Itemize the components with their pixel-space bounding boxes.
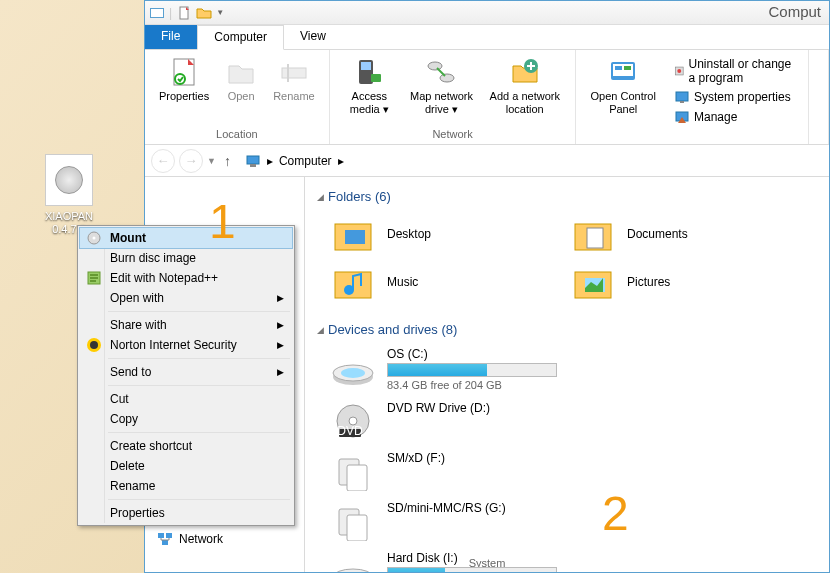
rename-button[interactable]: Rename [267, 54, 321, 105]
media-icon [353, 56, 385, 88]
map-drive-icon [425, 56, 457, 88]
open-button[interactable]: Open [217, 54, 265, 105]
computer-icon [245, 153, 261, 169]
menu-item[interactable]: Open with▶ [80, 288, 292, 308]
tab-file[interactable]: File [145, 25, 197, 49]
svg-point-47 [333, 569, 373, 572]
drive-label: SM/xD (F:) [387, 451, 579, 465]
network-icon [157, 531, 173, 547]
svg-rect-5 [282, 68, 306, 78]
uninstall-icon [674, 63, 685, 79]
folder-item[interactable]: Desktop [329, 214, 549, 254]
tree-network[interactable]: Network [149, 525, 300, 553]
iso-file-label-1: XIAOPAN [35, 210, 103, 223]
menu-item[interactable]: Norton Internet Security▶ [80, 335, 292, 355]
menu-item[interactable]: Mount [80, 228, 292, 248]
folder-label: Pictures [627, 275, 670, 289]
svg-rect-26 [162, 540, 168, 545]
drive-item[interactable]: SD/mini-MMC/RS (G:) [329, 501, 579, 541]
svg-rect-9 [371, 74, 381, 82]
menu-separator [108, 499, 290, 500]
svg-rect-22 [247, 156, 259, 164]
breadcrumb-computer[interactable]: Computer [279, 154, 332, 168]
annotation-marker-1: 1 [209, 194, 236, 249]
folder-icon [329, 214, 377, 254]
desktop-iso-file[interactable]: XIAOPAN 0.4.7.2 [35, 154, 103, 236]
uninstall-program-button[interactable]: Uninstall or change a program [670, 56, 798, 86]
add-location-button[interactable]: Add a network location [482, 54, 567, 118]
drive-item[interactable]: OS (C:)83.4 GB free of 204 GB [329, 347, 579, 391]
drive-label: SD/mini-MMC/RS (G:) [387, 501, 579, 515]
menu-item[interactable]: Cut [80, 389, 292, 409]
menu-item[interactable]: Edit with Notepad++ [80, 268, 292, 288]
menu-separator [108, 432, 290, 433]
menu-item[interactable]: Create shortcut [80, 436, 292, 456]
folder-item[interactable]: Music [329, 262, 549, 302]
submenu-arrow-icon: ▶ [277, 293, 284, 303]
tab-computer[interactable]: Computer [197, 25, 284, 50]
access-media-button[interactable]: Access media ▾ [338, 54, 401, 118]
submenu-arrow-icon: ▶ [277, 367, 284, 377]
drive-label: OS (C:) [387, 347, 579, 361]
menu-item[interactable]: Send to▶ [80, 362, 292, 382]
menu-item[interactable]: Share with▶ [80, 315, 292, 335]
folder-label: Music [387, 275, 418, 289]
menu-item[interactable]: Rename [80, 476, 292, 496]
manage-button[interactable]: Manage [670, 108, 798, 126]
nav-forward-button[interactable]: → [179, 149, 203, 173]
system-properties-button[interactable]: System properties [670, 88, 798, 106]
properties-button[interactable]: Properties [153, 54, 215, 105]
nav-up-button[interactable]: ↑ [220, 153, 235, 169]
menu-item-label: Send to [110, 365, 151, 379]
content-pane[interactable]: Folders (6) DesktopDocumentsMusicPicture… [305, 177, 829, 572]
svg-rect-16 [624, 66, 631, 70]
system-menu-icon[interactable] [149, 5, 165, 21]
manage-icon [674, 109, 690, 125]
menu-item[interactable]: Delete [80, 456, 292, 476]
svg-rect-28 [345, 230, 365, 244]
submenu-arrow-icon: ▶ [277, 320, 284, 330]
breadcrumb[interactable]: ▸ Computer ▸ [239, 151, 350, 171]
folder-label: Documents [627, 227, 688, 241]
sysprops-icon [674, 89, 690, 105]
open-control-panel-button[interactable]: Open Control Panel [584, 54, 662, 140]
folder-item[interactable]: Pictures [569, 262, 789, 302]
menu-item[interactable]: Copy [80, 409, 292, 429]
tree-network-label: Network [179, 532, 223, 546]
drive-icon [329, 347, 377, 387]
menu-item[interactable]: Burn disc image [80, 248, 292, 268]
ribbon: Properties Open Rename Location Access m… [145, 50, 829, 145]
tab-view[interactable]: View [284, 25, 343, 49]
section-drives[interactable]: Devices and drives (8) [317, 318, 817, 341]
folder-item[interactable]: Documents [569, 214, 789, 254]
submenu-arrow-icon: ▶ [277, 340, 284, 350]
nav-back-button[interactable]: ← [151, 149, 175, 173]
menu-item-label: Cut [110, 392, 129, 406]
qat-properties-icon[interactable] [176, 5, 192, 21]
drive-item[interactable]: SM/xD (F:) [329, 451, 579, 491]
svg-point-57 [90, 341, 98, 349]
folder-icon [329, 262, 377, 302]
qat-dropdown-icon[interactable]: ▼ [216, 8, 224, 17]
annotation-marker-2: 2 [602, 486, 629, 541]
menu-item[interactable]: Properties [80, 503, 292, 523]
qat-separator: | [169, 6, 172, 20]
ribbon-tabs: File Computer View [145, 25, 829, 50]
qat-new-folder-icon[interactable] [196, 5, 212, 21]
svg-rect-43 [347, 465, 367, 491]
menu-item-label: Norton Internet Security [110, 338, 237, 352]
iso-file-icon [45, 154, 93, 206]
section-folders[interactable]: Folders (6) [317, 185, 817, 208]
svg-point-10 [428, 62, 442, 70]
open-icon [225, 56, 257, 88]
drive-label: DVD RW Drive (D:) [387, 401, 579, 415]
drive-item[interactable]: DVDDVD RW Drive (D:) [329, 401, 579, 441]
svg-rect-24 [158, 533, 164, 538]
svg-rect-23 [250, 164, 256, 167]
nav-history-dropdown[interactable]: ▼ [207, 156, 216, 166]
map-drive-button[interactable]: Map network drive ▾ [403, 54, 480, 118]
group-label-location: Location [153, 126, 321, 140]
svg-rect-30 [587, 228, 603, 248]
npp-icon [86, 270, 102, 286]
svg-point-11 [440, 74, 454, 82]
